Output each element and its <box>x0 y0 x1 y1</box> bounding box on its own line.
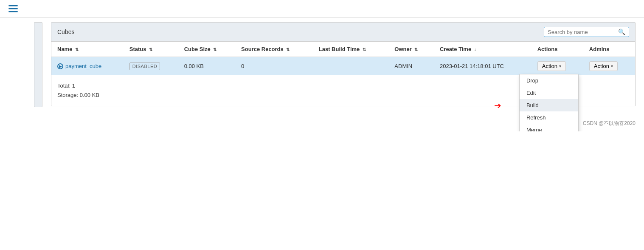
col-admins: Admins <box>583 42 635 57</box>
cell-last-build-time <box>313 57 389 76</box>
actions-button-label: Action <box>542 63 557 69</box>
cell-admins: Action ▾ <box>583 57 635 76</box>
sort-arrows-owner: ⇅ <box>414 47 418 52</box>
col-name[interactable]: Name ⇅ <box>51 42 124 57</box>
actions-button[interactable]: Action ▾ <box>537 61 566 71</box>
dropdown-item-refresh[interactable]: Refresh <box>520 111 578 124</box>
col-actions: Actions <box>532 42 583 57</box>
col-status[interactable]: Status ⇅ <box>124 42 178 57</box>
search-input[interactable] <box>548 29 616 35</box>
admins-button[interactable]: Action ▾ <box>589 61 618 71</box>
left-sidebar <box>34 22 47 107</box>
cube-name-link[interactable]: ▶ payment_cube <box>57 63 118 69</box>
table-wrapper: Name ⇅ Status ⇅ Cube Size ⇅ Source Recor… <box>51 42 635 75</box>
table-header-row: Name ⇅ Status ⇅ Cube Size ⇅ Source Recor… <box>51 42 635 57</box>
col-source-records[interactable]: Source Records ⇅ <box>235 42 313 57</box>
admins-dropdown-arrow: ▾ <box>611 64 613 68</box>
sort-arrows-source-records: ⇅ <box>286 47 290 52</box>
actions-dropdown-menu: Drop Edit ➔ Build Refresh Merge Lo <box>519 74 579 131</box>
sort-arrows-last-build-time: ⇅ <box>363 47 366 52</box>
cubes-header: Cubes 🔍 <box>51 23 635 42</box>
sort-arrows-name: ⇅ <box>75 47 79 52</box>
cell-create-time: 2023-01-21 14:18:01 UTC <box>434 57 532 76</box>
dropdown-item-build[interactable]: ➔ Build <box>520 99 578 111</box>
sort-arrows-create-time: ↓ <box>474 47 476 52</box>
actions-dropdown-container: Action ▾ Drop Edit ➔ Build <box>537 61 566 71</box>
col-last-build-time[interactable]: Last Build Time ⇅ <box>313 42 389 57</box>
sort-arrows-cube-size: ⇅ <box>213 47 217 52</box>
admins-button-label: Action <box>594 63 609 69</box>
cell-actions: Action ▾ Drop Edit ➔ Build <box>532 57 583 76</box>
cubes-table: Name ⇅ Status ⇅ Cube Size ⇅ Source Recor… <box>51 42 635 75</box>
dropdown-item-edit[interactable]: Edit <box>520 87 578 99</box>
search-icon: 🔍 <box>618 28 625 35</box>
cell-name: ▶ payment_cube <box>51 57 124 76</box>
actions-dropdown-arrow: ▾ <box>559 64 561 68</box>
cube-icon: ▶ <box>57 63 63 69</box>
cubes-panel: Cubes 🔍 Name ⇅ Status ⇅ Cube Size ⇅ Sour… <box>51 22 636 106</box>
sort-arrows-status: ⇅ <box>149 47 152 52</box>
cell-owner: ADMIN <box>388 57 434 76</box>
main-content: Cubes 🔍 Name ⇅ Status ⇅ Cube Size ⇅ Sour… <box>51 22 636 107</box>
dropdown-item-drop[interactable]: Drop <box>520 74 578 87</box>
dropdown-item-merge[interactable]: Merge <box>520 124 578 131</box>
cubes-title: Cubes <box>57 28 74 35</box>
col-owner[interactable]: Owner ⇅ <box>388 42 434 57</box>
cell-cube-size: 0.00 KB <box>178 57 235 76</box>
status-badge: DISABLED <box>129 62 160 70</box>
cell-status: DISABLED <box>124 57 178 76</box>
col-cube-size[interactable]: Cube Size ⇅ <box>178 42 235 57</box>
cell-source-records: 0 <box>235 57 313 76</box>
search-box: 🔍 <box>544 27 629 37</box>
table-row: ▶ payment_cube DISABLED 0.00 KB 0 ADMIN <box>51 57 635 76</box>
cube-name-text: payment_cube <box>65 63 101 69</box>
hamburger-menu[interactable] <box>8 5 18 12</box>
col-create-time[interactable]: Create Time ↓ <box>434 42 532 57</box>
